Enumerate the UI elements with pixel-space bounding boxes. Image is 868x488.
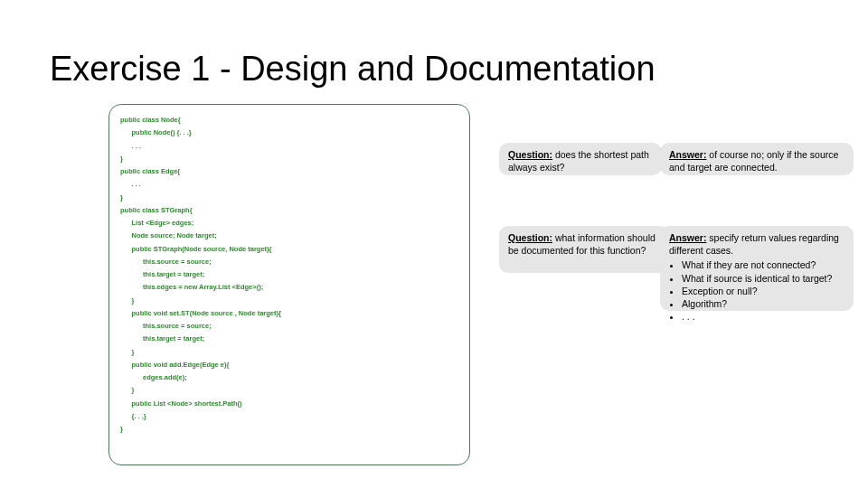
code-line: public List <Node> shortest.Path()	[120, 398, 458, 410]
code-line: this.edges = new Array.List <Edge>();	[120, 281, 458, 294]
code-line: }	[120, 295, 458, 307]
code-line: public STGraph(Node source, Node target)…	[120, 243, 458, 256]
slide-title: Exercise 1 - Design and Documentation	[50, 50, 656, 89]
code-line: public class Node{	[120, 114, 458, 127]
question-1-callout: Question: does the shortest path always …	[499, 143, 662, 175]
code-line: }	[120, 346, 458, 359]
question-2-callout: Question: what information should be doc…	[499, 226, 669, 273]
answer-2-callout: Answer: specify return values regarding …	[660, 226, 854, 311]
code-line: public void set.ST(Node source , Node ta…	[120, 307, 458, 320]
answer-1-callout: Answer: of course no; only if the source…	[660, 143, 854, 175]
code-line: }	[120, 192, 458, 204]
code-line: List <Edge> edges;	[120, 217, 458, 230]
code-line: this.target = target;	[120, 268, 458, 281]
code-line: }	[120, 153, 458, 165]
code-line: {. . .}	[120, 410, 458, 423]
code-panel: public class Node{ public Node() {. . .}…	[108, 104, 470, 465]
answer-2-list: What if they are not connected? What if …	[669, 258, 844, 323]
code-line: edges.add(e);	[120, 371, 458, 384]
code-line: this.target = target;	[120, 333, 458, 345]
answer-2-bullet: . . .	[682, 310, 844, 323]
code-line: }	[120, 423, 458, 436]
answer-2-bullet: What if source is identical to target?	[682, 272, 844, 285]
code-line: public Node() {. . .}	[120, 127, 458, 139]
code-line: this.source = source;	[120, 256, 458, 268]
answer-2-bullet: Algorithm?	[682, 297, 844, 310]
answer-label: Answer:	[669, 232, 706, 243]
code-line: Node source; Node target;	[120, 230, 458, 242]
code-line: . . .	[120, 140, 458, 153]
code-line: }	[120, 384, 458, 397]
code-line: . . .	[120, 178, 458, 191]
code-line: this.source = source;	[120, 320, 458, 333]
code-line: public class STGraph{	[120, 204, 458, 217]
question-label: Question:	[508, 232, 552, 243]
question-label: Question:	[508, 149, 552, 160]
code-line: public class Edge{	[120, 165, 458, 178]
answer-2-bullet: Exception or null?	[682, 285, 844, 297]
answer-label: Answer:	[669, 149, 706, 160]
answer-2-bullet: What if they are not connected?	[682, 258, 844, 271]
code-line: public void add.Edge(Edge e){	[120, 359, 458, 371]
